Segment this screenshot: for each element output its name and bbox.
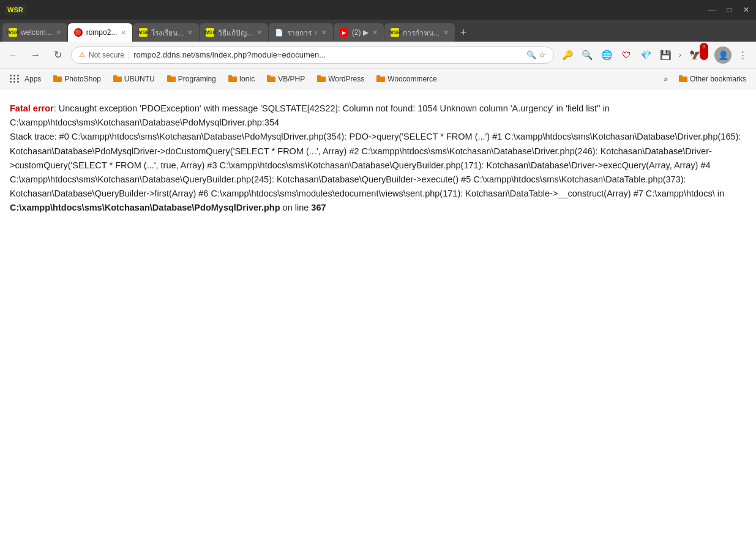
svg-rect-1 <box>53 75 57 78</box>
bookmark-photoshop[interactable]: PhotoShop <box>48 73 105 84</box>
tab-favicon-2: 🔴 <box>74 28 83 37</box>
forward-button[interactable]: → <box>27 47 44 64</box>
tab-close-5[interactable]: ✕ <box>321 29 327 37</box>
bookmark-vbphp-label: VB/PHP <box>278 75 305 83</box>
url-bar[interactable]: ⚠ Not secure | rompo2.ddns.net/sms/index… <box>71 47 554 64</box>
url-icons: 🔍 ☆ <box>526 50 546 59</box>
tab-label-2: rompo2... <box>86 28 118 37</box>
tab-favicon-1: WSR <box>9 28 17 37</box>
tab-school[interactable]: WSR โรงเรียน... ✕ <box>133 23 199 42</box>
tab-close-4[interactable]: ✕ <box>256 29 262 37</box>
search-icon[interactable]: 🔍 <box>526 50 536 59</box>
tab-favicon-3: WSR <box>139 28 148 37</box>
tab-youtube[interactable]: ▶ (2) ▶ ✕ <box>334 23 384 42</box>
minimize-button[interactable]: — <box>707 6 717 14</box>
other-bookmarks-label: Other bookmarks <box>690 75 746 83</box>
bookmark-star-icon[interactable]: ☆ <box>539 50 546 59</box>
maximize-button[interactable]: □ <box>724 6 734 14</box>
bookmark-folder-woocommerce-icon <box>376 75 385 82</box>
tab-label-7: การกำหน... <box>403 27 440 39</box>
not-secure-icon: ⚠ <box>79 51 85 59</box>
tab-favicon-6: ▶ <box>340 28 348 37</box>
addressbar: ← → ↻ ⚠ Not secure | rompo2.ddns.net/sms… <box>0 42 756 69</box>
bookmark-programing-label: Programing <box>178 75 216 83</box>
bookmark-folder-ionic-icon <box>228 75 237 82</box>
tab-label-3: โรงเรียน... <box>151 27 184 39</box>
svg-rect-7 <box>228 75 232 78</box>
tab-label-6: (2) ▶ <box>352 28 369 37</box>
bookmark-folder-photoshop-icon <box>53 75 62 82</box>
apps-label: Apps <box>24 75 41 83</box>
extension-icon-2[interactable]: 🔍 <box>578 47 596 64</box>
tab-close-7[interactable]: ✕ <box>443 29 449 37</box>
svg-rect-15 <box>679 75 683 78</box>
tab-welcom[interactable]: WSR welcom... ✕ <box>2 23 67 42</box>
tab-favicon-4: WSR <box>206 28 214 37</box>
svg-rect-3 <box>113 75 117 78</box>
svg-rect-11 <box>317 75 321 78</box>
bookmark-folder-programing-icon <box>167 75 176 82</box>
error-message: Fatal error: Uncaught exception 'PDOExce… <box>10 102 746 215</box>
tabbar: WSR welcom... ✕ 🔴 rompo2... ✕ WSR โรงเรี… <box>0 20 756 42</box>
bookmarks-more-button[interactable]: » <box>660 73 672 84</box>
profile-avatar[interactable]: 👤 <box>714 47 732 64</box>
titlebar-controls: — □ ✕ <box>707 6 751 14</box>
tab-favicon-7: WSR <box>391 28 399 37</box>
extension-icon-1[interactable]: 🔑 <box>559 47 576 64</box>
tab-close-6[interactable]: ✕ <box>372 29 378 37</box>
bookmark-woocommerce[interactable]: Woocommerce <box>372 73 441 84</box>
tab-settings[interactable]: WSR การกำหน... ✕ <box>384 23 455 42</box>
apps-grid-icon <box>10 75 20 83</box>
other-bookmarks-icon <box>679 75 687 82</box>
bookmark-wordpress-label: WordPress <box>328 75 364 83</box>
error-bold-path: C:\xampp\htdocs\sms\Kotchasan\Database\P… <box>10 203 280 212</box>
extensions-more-button[interactable]: › <box>676 50 684 61</box>
tab-close-3[interactable]: ✕ <box>187 29 193 37</box>
bookmark-folder-vbphp-icon <box>267 75 275 82</box>
menu-button[interactable]: ⋮ <box>734 47 751 64</box>
url-separator: | <box>128 51 130 59</box>
extension-icon-3[interactable]: 🌐 <box>598 47 615 64</box>
error-message-part2: Stack trace: #0 C:\xampp\htdocs\sms\Kotc… <box>10 132 741 198</box>
bookmarksbar: Apps PhotoShop UBUNTU Programing Ionic V… <box>0 69 756 89</box>
bookmark-wordpress[interactable]: WordPress <box>312 73 369 84</box>
extension-icon-5[interactable]: 💎 <box>637 47 654 64</box>
profile-area: 🦅 0 <box>686 47 712 64</box>
bookmark-programing[interactable]: Programing <box>162 73 221 84</box>
svg-rect-13 <box>376 75 380 78</box>
toolbar-icons: 🔑 🔍 🌐 🛡 💎 💾 › 🦅 0 👤 ⋮ <box>559 47 751 64</box>
bookmark-ubuntu[interactable]: UBUNTU <box>108 73 160 84</box>
tab-close-1[interactable]: ✕ <box>56 29 61 37</box>
tab-list[interactable]: 📄 รายการ ↑ ✕ <box>269 23 332 42</box>
bookmark-photoshop-label: PhotoShop <box>64 75 100 83</box>
error-message-part1: : Uncaught exception 'PDOException' with… <box>10 103 610 127</box>
svg-rect-5 <box>167 75 171 78</box>
other-bookmarks[interactable]: Other bookmarks <box>674 73 751 84</box>
bookmark-vbphp[interactable]: VB/PHP <box>262 73 310 84</box>
notification-badge: 0 <box>700 43 708 60</box>
bookmark-ubuntu-label: UBUNTU <box>124 75 155 83</box>
error-on-line: on line <box>280 203 312 212</box>
browser-logo: WSR <box>5 5 26 15</box>
tab-label-4: วิธีแก้ปัญ... <box>218 27 253 39</box>
reload-button[interactable]: ↻ <box>49 47 66 64</box>
tab-favicon-5: 📄 <box>275 28 283 37</box>
error-line-number: 367 <box>311 203 326 212</box>
error-label: Fatal error <box>10 103 54 113</box>
extension-icon-6[interactable]: 💾 <box>657 47 674 64</box>
bookmark-folder-ubuntu-icon <box>113 75 122 82</box>
tab-label-1: welcom... <box>21 28 52 37</box>
svg-rect-9 <box>267 75 271 78</box>
back-button[interactable]: ← <box>5 47 22 64</box>
extension-icon-4[interactable]: 🛡 <box>618 47 635 64</box>
titlebar: WSR — □ ✕ <box>0 0 756 20</box>
not-secure-label: Not secure <box>89 51 124 59</box>
tab-close-2[interactable]: ✕ <box>121 29 126 37</box>
close-button[interactable]: ✕ <box>741 6 751 14</box>
apps-bookmark[interactable]: Apps <box>5 73 46 84</box>
tab-howto[interactable]: WSR วิธีแก้ปัญ... ✕ <box>200 23 268 42</box>
tab-rompo2[interactable]: 🔴 rompo2... ✕ <box>68 23 133 42</box>
bookmark-ionic[interactable]: Ionic <box>223 73 260 84</box>
new-tab-button[interactable]: + <box>455 23 472 42</box>
url-text: rompo2.ddns.net/sms/index.php?module=edo… <box>133 50 523 59</box>
